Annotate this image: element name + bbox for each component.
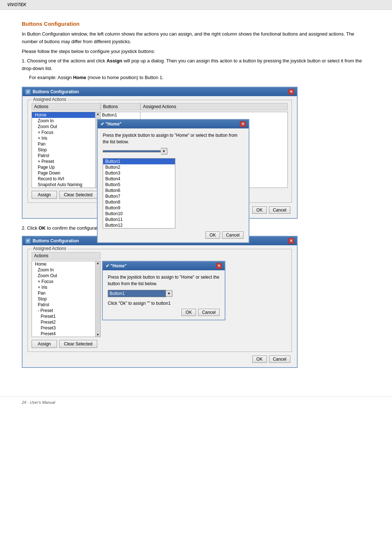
step1-indent: For example: Assign Home (move to home p… — [29, 74, 370, 82]
popup-home-close-2[interactable]: ✕ — [216, 263, 222, 269]
popup-home-close-1[interactable]: ✕ — [240, 121, 246, 127]
popup-btn-item-5[interactable]: Button5 — [103, 182, 175, 188]
scroll-down-arrow-2[interactable]: ▼ — [97, 333, 99, 336]
popup-btn-item-6[interactable]: Button6 — [103, 188, 175, 193]
popup-ok-button-1[interactable]: OK — [205, 231, 220, 239]
brand-label: VIVOTEK — [7, 2, 26, 7]
columns-body-2: Home Zoom In Zoom Out + Focus + Iris Pan… — [32, 261, 288, 337]
step1-number: 1. — [22, 58, 26, 63]
scroll-up-arrow-1[interactable]: ▲ — [97, 112, 99, 116]
dialog2-cancel-button[interactable]: Cancel — [269, 356, 290, 363]
dropdown-select-1[interactable] — [103, 150, 161, 152]
scroll-up-arrow-2[interactable]: ▲ — [97, 262, 99, 265]
dialog2-icon: ✔ — [25, 238, 30, 243]
section-title: Buttons Configuration — [22, 21, 370, 27]
dialog1-cancel-button[interactable]: Cancel — [269, 206, 290, 214]
popup-home-body-1: Press the joystick button to assign to "… — [98, 128, 249, 242]
footer-text: 24 - User's Manual — [22, 400, 55, 405]
popup-cancel-button-2[interactable]: Cancel — [198, 309, 220, 316]
actions-list-1[interactable]: Home Zoom In Zoom Out + Focus + Iris Pan… — [32, 112, 101, 188]
rest-area-2: ✔ "Home" ✕ Press the joystick button to … — [101, 261, 288, 337]
step1-indent-text: For example: Assign — [29, 75, 73, 80]
action2-item-pan[interactable]: Pan — [32, 290, 95, 296]
dialog1-body: Assigned Actions Actions Buttons Assigne… — [23, 96, 297, 218]
popup-btn-item-11[interactable]: Button11 — [103, 217, 175, 222]
button-item-1[interactable]: Button1 — [101, 112, 140, 118]
action2-item-focus[interactable]: + Focus — [32, 279, 95, 284]
popup-btn-item-3[interactable]: Button3 — [103, 170, 175, 176]
page-content: Buttons Configuration In Button Configur… — [0, 10, 392, 385]
list-scrollbar-2[interactable]: ▲ ▼ — [95, 261, 100, 337]
dropdown-arrow-2[interactable]: ▼ — [166, 290, 172, 297]
action2-item-home[interactable]: Home — [32, 261, 95, 267]
action2-item-zoomout[interactable]: Zoom Out — [32, 273, 95, 279]
dialog-window-2: ✔ Buttons Configuration ✕ Assigned Actio… — [22, 236, 298, 368]
action-item-zoomout[interactable]: Zoom Out — [32, 124, 95, 130]
confirm-text-2: Click "Ok" to assign "" to button1 — [108, 301, 220, 306]
action2-item-preset[interactable]: - Preset — [32, 308, 95, 313]
popup-home-dialog-1: ✔ "Home" ✕ Press the joystick button to … — [97, 119, 249, 243]
action-item-preset[interactable]: + Preset — [32, 159, 95, 164]
action2-item-preset4[interactable]: Preset4 — [32, 331, 95, 337]
dialog2-ok-button[interactable]: OK — [252, 356, 266, 363]
popup-button-list-1: Button1 Button2 Button3 Button4 Button5 … — [103, 158, 175, 229]
assigned-actions-label-2: Assigned Actions — [32, 246, 68, 251]
action2-item-stop[interactable]: Stop — [32, 296, 95, 302]
col-buttons-header: Buttons — [101, 103, 140, 110]
step1-text: 1. Choosing one of the actions and click… — [22, 57, 370, 73]
actions-list-inner-2: Home Zoom In Zoom Out + Focus + Iris Pan… — [32, 261, 95, 337]
actions-list-2[interactable]: Home Zoom In Zoom Out + Focus + Iris Pan… — [32, 261, 101, 337]
popup-cancel-button-1[interactable]: Cancel — [222, 231, 244, 239]
columns-header-1: Actions Buttons Assigned Actions — [32, 103, 288, 110]
popup-home-body-2: Press the joystick button to assign to "… — [103, 270, 225, 320]
action2-item-preset2[interactable]: Preset2 — [32, 319, 95, 325]
popup-overlay-area-2: Home Zoom In Zoom Out + Focus + Iris Pan… — [32, 261, 288, 337]
dropdown-arrow-1[interactable]: ▼ — [161, 148, 167, 155]
col-rest-header-2 — [101, 252, 288, 259]
popup-home-text-1: Press the joystick button to assign to "… — [103, 132, 244, 145]
popup-btn-item-9[interactable]: Button9 — [103, 205, 175, 211]
step1-indent2: (move to home position) to Button 1. — [86, 75, 164, 80]
action2-item-preset3[interactable]: Preset3 — [32, 325, 95, 331]
action-item-zoomin[interactable]: Zoom In — [32, 118, 95, 124]
dropdown-select-2[interactable]: Button1 — [108, 290, 166, 297]
assign-button-2[interactable]: Assign — [32, 340, 57, 348]
action2-item-patrol[interactable]: Patrol — [32, 302, 95, 308]
assign-button-1[interactable]: Assign — [32, 191, 57, 199]
dialog2-close-button[interactable]: ✕ — [288, 238, 294, 244]
step1-text1: Choosing one of the actions and click — [27, 58, 106, 63]
popup-btn-item-2[interactable]: Button2 — [103, 164, 175, 170]
clear-button-1[interactable]: Clear Selected — [59, 191, 97, 199]
popup-overlay-area-1: Home Zoom In Zoom Out + Focus + Iris Pan… — [32, 112, 288, 188]
action-item-pan[interactable]: Pan — [32, 141, 95, 147]
action-item-pagedown[interactable]: Page Down — [32, 170, 95, 176]
action2-item-preset1[interactable]: Preset1 — [32, 313, 95, 319]
action-item-patrol[interactable]: Patrol — [32, 153, 95, 159]
popup-btn-item-1[interactable]: Button1 — [103, 159, 175, 164]
popup-ok-button-2[interactable]: OK — [181, 309, 196, 316]
action-item-record[interactable]: Record to AVI — [32, 176, 95, 182]
action-item-iris[interactable]: + Iris — [32, 135, 95, 141]
popup-btn-item-7[interactable]: Button7 — [103, 193, 175, 199]
dialog2-ok-cancel: OK Cancel — [28, 356, 292, 363]
columns-header-2: Actions — [32, 252, 288, 259]
action-item-stop[interactable]: Stop — [32, 147, 95, 153]
action-item-focus[interactable]: + Focus — [32, 130, 95, 135]
action-item-snapshot[interactable]: Snapshot Auto Naming — [32, 182, 95, 188]
action-item-pageup[interactable]: Page Up — [32, 164, 95, 170]
dialog1-close-button[interactable]: ✕ — [288, 89, 294, 95]
dialog1-ok-button[interactable]: OK — [252, 206, 266, 214]
popup-home-title-2: ✔ "Home" — [106, 263, 127, 268]
popup-btn-item-4[interactable]: Button4 — [103, 176, 175, 182]
dialog2-title: Buttons Configuration — [33, 238, 79, 243]
popup-btn-item-8[interactable]: Button8 — [103, 199, 175, 205]
step2-number: 2. — [22, 225, 26, 231]
action-item-home[interactable]: Home — [32, 112, 95, 118]
popup-btn-item-12[interactable]: Button12 — [103, 222, 175, 228]
popup-btn-item-10[interactable]: Button10 — [103, 211, 175, 217]
action2-item-iris[interactable]: + Iris — [32, 284, 95, 290]
description1: In Button Configuration window, the left… — [22, 30, 370, 46]
assigned-actions-label-1: Assigned Actions — [32, 97, 68, 102]
action2-item-zoomin[interactable]: Zoom In — [32, 267, 95, 273]
clear-button-2[interactable]: Clear Selected — [59, 340, 97, 348]
